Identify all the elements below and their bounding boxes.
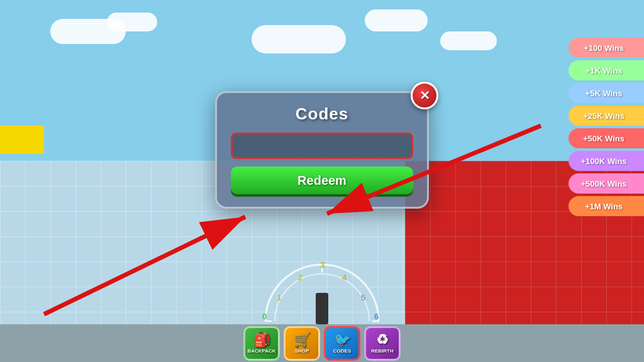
redeem-button[interactable]: Redeem [231, 167, 413, 194]
win-badges-panel: +100 Wins+1K Wins+5K Wins+25K Wins+50K W… [569, 38, 644, 216]
svg-text:5: 5 [361, 293, 365, 302]
backpack-label: BACKPACK [247, 348, 275, 354]
nav-btn-rebirth[interactable]: ♻REBIRTH [364, 326, 401, 361]
modal-title: Codes [231, 104, 413, 124]
svg-text:6: 6 [374, 312, 379, 321]
cloud [252, 25, 346, 53]
redeem-label: Redeem [297, 173, 347, 187]
close-icon: ✕ [419, 88, 430, 103]
code-input[interactable] [231, 133, 413, 159]
win-badge-2[interactable]: +5K Wins [569, 83, 644, 103]
win-badge-7[interactable]: +1M Wins [569, 196, 644, 216]
svg-text:0: 0 [262, 312, 267, 321]
win-badge-3[interactable]: +25K Wins [569, 106, 644, 126]
yellow-platform [0, 126, 44, 154]
svg-text:4: 4 [342, 273, 347, 282]
svg-text:2: 2 [298, 273, 303, 282]
win-badge-6[interactable]: +500K Wins [569, 173, 644, 194]
player-character [316, 293, 328, 324]
codes-label: CODES [333, 348, 351, 354]
codes-icon: 🐦 [334, 333, 351, 347]
nav-btn-codes[interactable]: 🐦CODES [324, 326, 360, 361]
win-badge-5[interactable]: +100K Wins [569, 151, 644, 171]
cloud [107, 13, 157, 31]
win-badge-1[interactable]: +1K Wins [569, 60, 644, 80]
backpack-icon: 🎒 [253, 333, 270, 347]
rebirth-icon: ♻ [376, 333, 389, 347]
bottom-nav-bar: 🎒BACKPACK🛒SHOP🐦CODES♻REBIRTH [0, 324, 644, 362]
nav-btn-backpack[interactable]: 🎒BACKPACK [243, 326, 280, 361]
svg-text:3: 3 [320, 260, 325, 270]
shop-icon: 🛒 [294, 333, 311, 347]
rebirth-label: REBIRTH [371, 348, 394, 354]
close-button[interactable]: ✕ [411, 82, 438, 109]
nav-btn-shop[interactable]: 🛒SHOP [284, 326, 320, 361]
codes-modal: ✕ Codes Redeem [215, 91, 429, 209]
win-badge-0[interactable]: +100 Wins [569, 38, 644, 58]
svg-text:1: 1 [277, 293, 281, 302]
win-badge-4[interactable]: +50K Wins [569, 128, 644, 148]
cloud [365, 9, 428, 31]
cloud [440, 31, 497, 50]
shop-label: SHOP [295, 348, 309, 354]
